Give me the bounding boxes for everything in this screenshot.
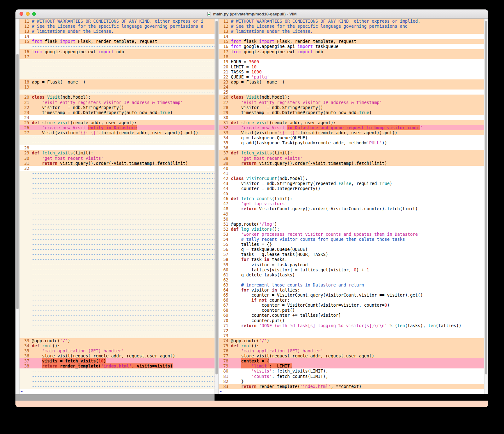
code-line-39[interactable]: 39 return Visit.query().order(-Visit.tim…: [219, 161, 484, 166]
code-line-41[interactable]: 41: [219, 171, 484, 176]
code-line-63[interactable]: 63 # increment those counts in Datastore…: [219, 282, 484, 287]
code-line-45[interactable]: 45: [219, 191, 484, 196]
code-line-54[interactable]: 54 # tally recent visitor counts from qu…: [219, 237, 484, 242]
code-line-16[interactable]: 16from google.appengine.ext import ndb: [20, 49, 215, 54]
code-line-31[interactable]: 31 return Visit.query().order(-Visit.tim…: [20, 161, 215, 166]
titlebar[interactable]: main.py (/private/tmp/mod18-gaepull) - V…: [15, 9, 488, 19]
code-line-81[interactable]: 81 'counts': fetch_counts(LIMIT),: [219, 374, 484, 379]
code-line-60[interactable]: 60 tallies[visitor] = tallies.get(visito…: [219, 267, 484, 272]
code-line-24[interactable]: 24: [219, 84, 484, 90]
code-line-17[interactable]: 17from google.appengine.ext import ndb: [219, 49, 484, 54]
code-line-25[interactable]: 25: [219, 90, 484, 95]
code-line-72[interactable]: 72: [219, 328, 484, 333]
code-line-68[interactable]: 68 counter.put(): [219, 308, 484, 313]
code-line-23[interactable]: 23 timestamp = ndb.DateTimeProperty(auto…: [20, 110, 215, 115]
code-line-13[interactable]: 13# limitations under the License.: [20, 29, 215, 34]
code-line-73[interactable]: 73: [219, 333, 484, 338]
code-line-30[interactable]: 30: [219, 115, 484, 120]
code-line-46[interactable]: 46def fetch_counts(limit):: [219, 196, 484, 201]
code-line-37[interactable]: 37def fetch_visits(limit):: [219, 150, 484, 155]
code-line-30[interactable]: 30 'get most recent visits': [20, 156, 215, 161]
code-line-42[interactable]: 42class VisitorCount(ndb.Model):: [219, 176, 484, 181]
right-pane-left-scrollbar-thumb[interactable]: [215, 21, 218, 374]
code-line-17[interactable]: 17: [20, 54, 215, 59]
code-line-13[interactable]: 13# limitations under the License.: [219, 29, 484, 34]
code-line-12[interactable]: 12# See the License for the specific lan…: [219, 24, 484, 29]
code-line-26[interactable]: 26class Visit(ndb.Model):: [219, 95, 484, 100]
code-line-11[interactable]: 11# WITHOUT WARRANTIES OR CONDITIONS OF …: [20, 19, 215, 24]
left-pane-scrollbar-thumb[interactable]: [16, 54, 19, 309]
code-line-24[interactable]: 24: [20, 115, 215, 120]
code-line-26[interactable]: 26 'create new Visit entity in Datastore…: [20, 125, 215, 130]
code-line-36[interactable]: 36 store_visit(request.remote_addr, requ…: [20, 353, 215, 358]
code-line-29[interactable]: 29def fetch_visits(limit):: [20, 150, 215, 155]
right-pane-left-scrollbar[interactable]: [215, 19, 219, 394]
code-line-83[interactable]: 83 return render_template('index.html', …: [219, 384, 484, 389]
code-line-34[interactable]: 34def root():: [20, 343, 215, 348]
code-line-33[interactable]: 33 Visit(visitor='{}: {}'.format(remote_…: [219, 130, 484, 135]
code-line-28[interactable]: 28: [20, 145, 215, 150]
code-line-50[interactable]: 50: [219, 217, 484, 222]
code-line-38[interactable]: 38 return render_template('index.html', …: [20, 363, 215, 368]
code-line-15[interactable]: 15from flask import Flask, render_templa…: [20, 39, 215, 44]
code-line-51[interactable]: 51@app.route('/log'): [219, 222, 484, 227]
code-line-56[interactable]: 56 q = taskqueue.Queue(QUEUE): [219, 247, 484, 252]
code-line-14[interactable]: 14: [219, 34, 484, 39]
code-line-27[interactable]: 27 'Visit entity registers visitor IP ad…: [219, 100, 484, 105]
command-line[interactable]: [15, 401, 488, 407]
code-line-20[interactable]: 20class Visit(ndb.Model):: [20, 95, 215, 100]
code-line-76[interactable]: 76 'main application (GET) handler': [219, 348, 484, 353]
code-line-37[interactable]: 37 visits = fetch_visits(10): [20, 358, 215, 363]
code-line-31[interactable]: 31def store_visit(remote_addr, user_agen…: [219, 120, 484, 125]
code-line-78[interactable]: 78 context = {: [219, 358, 484, 363]
code-line-12[interactable]: 12# See the License for the specific lan…: [20, 24, 215, 29]
minimize-button[interactable]: [26, 12, 30, 16]
code-line-57[interactable]: 57 tasks = q.lease_tasks(HOUR, TASKS): [219, 252, 484, 257]
code-line-59[interactable]: 59 visitor = task.payload: [219, 262, 484, 267]
code-line-52[interactable]: 52def log_visitors():: [219, 227, 484, 232]
code-line-74[interactable]: 74@app.route('/'): [219, 338, 484, 343]
code-line-70[interactable]: 70 counter.put(): [219, 318, 484, 323]
code-line-62[interactable]: 62: [219, 277, 484, 282]
window-right-scrollbar[interactable]: [484, 19, 488, 394]
code-line-21[interactable]: 21 'Visit entity registers visitor IP ad…: [20, 100, 215, 105]
code-line-32[interactable]: 32: [20, 166, 215, 171]
code-line-77[interactable]: 77 store_visit(request.remote_addr, requ…: [219, 353, 484, 358]
code-line-20[interactable]: 20LIMIT = 10: [219, 64, 484, 69]
code-line-69[interactable]: 69 counter.counter += tallies[visitor]: [219, 313, 484, 318]
code-line-23[interactable]: 23app = Flask(__name__): [219, 79, 484, 84]
close-button[interactable]: [20, 12, 23, 16]
code-line-44[interactable]: 44 counter = ndb.IntegerProperty(): [219, 186, 484, 191]
code-line-28[interactable]: 28 visitor = ndb.StringProperty(): [219, 105, 484, 110]
code-line-71[interactable]: 71 return 'DONE (with %d task[s] logging…: [219, 323, 484, 328]
code-line-67[interactable]: 67 counter = VisitorCount(visitor=visito…: [219, 303, 484, 308]
code-line-82[interactable]: 82 }: [219, 379, 484, 384]
code-line-53[interactable]: 53 'worker processes recent visitor coun…: [219, 232, 484, 237]
code-line-19[interactable]: 19: [20, 84, 215, 90]
zoom-button[interactable]: [32, 12, 36, 16]
code-line-55[interactable]: 55 tallies = {}: [219, 242, 484, 247]
left-pane-scrollbar[interactable]: [15, 19, 20, 394]
code-line-80[interactable]: 80 'visits': fetch_visits(LIMIT),: [219, 368, 484, 373]
code-line-27[interactable]: 27 Visit(visitor='{}: {}'.format(remote_…: [20, 130, 215, 135]
code-line-40[interactable]: 40: [219, 166, 484, 171]
code-line-47[interactable]: 47 'get top visitors': [219, 201, 484, 206]
code-line-32[interactable]: 32 'create new Visit in Datastore and qu…: [219, 125, 484, 130]
code-line-16[interactable]: 16from google.appengine.api import taskq…: [219, 44, 484, 49]
code-line-66[interactable]: 66 if not counter:: [219, 298, 484, 303]
code-line-61[interactable]: 61 q.delete_tasks(tasks): [219, 272, 484, 277]
code-line-25[interactable]: 25def store_visit(remote_addr, user_agen…: [20, 120, 215, 125]
code-line-48[interactable]: 48 return VisitorCount.query().order(-Vi…: [219, 206, 484, 211]
code-line-15[interactable]: 15from flask import Flask, render_templa…: [219, 39, 484, 44]
code-line-19[interactable]: 19HOUR = 3600: [219, 59, 484, 64]
code-line-36[interactable]: 36: [219, 145, 484, 150]
code-line-35[interactable]: 35 'main application (GET) handler': [20, 348, 215, 353]
code-line-22[interactable]: 22 visitor = ndb.StringProperty(): [20, 105, 215, 110]
code-line-65[interactable]: 65 counter = VisitorCount.query(VisitorC…: [219, 292, 484, 298]
code-line-18[interactable]: 18: [219, 54, 484, 59]
left-pane[interactable]: 11# WITHOUT WARRANTIES OR CONDITIONS OF …: [20, 19, 215, 394]
code-line-75[interactable]: 75def root():: [219, 343, 484, 348]
code-line-38[interactable]: 38 'get most recent visits': [219, 156, 484, 161]
code-line-21[interactable]: 21TASKS = 1000: [219, 69, 484, 74]
code-line-22[interactable]: 22QUEUE = 'pullq': [219, 74, 484, 79]
